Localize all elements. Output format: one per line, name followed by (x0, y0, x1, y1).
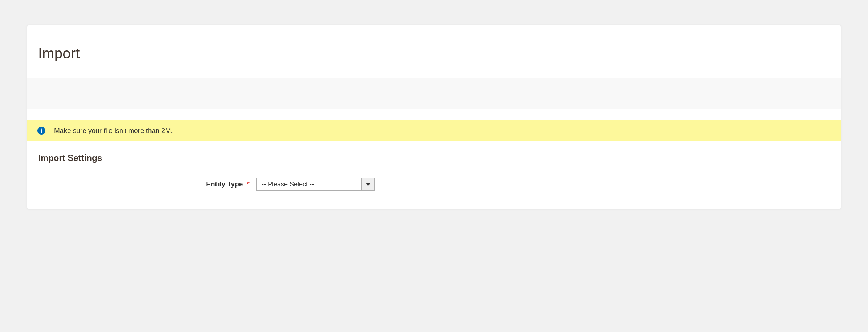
entity-type-label-wrap: Entity Type * (27, 180, 256, 188)
entity-type-select[interactable]: -- Please Select -- (256, 178, 375, 191)
import-settings-title: Import Settings (27, 141, 841, 163)
required-mark: * (247, 180, 250, 188)
entity-type-row: Entity Type * -- Please Select -- (27, 163, 841, 194)
svg-point-1 (41, 128, 42, 130)
svg-marker-3 (366, 183, 370, 186)
import-card: Import Make sure your file isn't more th… (27, 25, 841, 209)
page-title: Import (38, 45, 830, 62)
file-size-notice: Make sure your file isn't more than 2M. (27, 120, 841, 141)
content-area: Make sure your file isn't more than 2M. … (27, 109, 841, 209)
card-header: Import (27, 25, 841, 78)
toolbar-spacer (27, 78, 841, 109)
entity-type-select-value[interactable]: -- Please Select -- (256, 178, 362, 191)
entity-type-label: Entity Type (206, 180, 243, 188)
notice-text: Make sure your file isn't more than 2M. (54, 127, 173, 135)
info-icon (37, 127, 45, 135)
chevron-down-icon (366, 181, 370, 187)
svg-rect-2 (41, 130, 42, 133)
entity-type-select-arrow[interactable] (362, 178, 375, 191)
